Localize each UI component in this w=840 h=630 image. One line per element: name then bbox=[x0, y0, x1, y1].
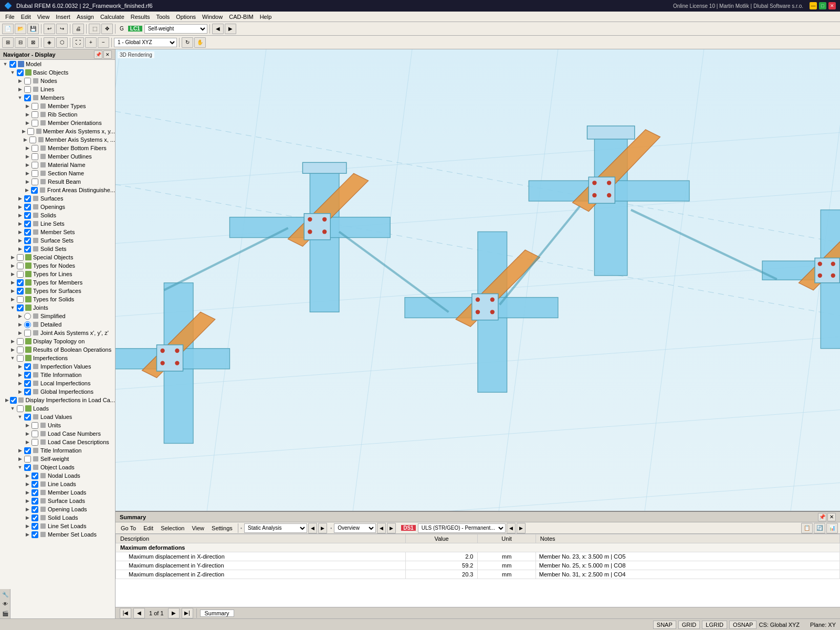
tree-item-42[interactable]: ▼Load Values bbox=[0, 413, 115, 421]
summary-close[interactable]: ✕ bbox=[827, 513, 836, 521]
minimize-button[interactable]: — bbox=[810, 2, 817, 9]
checkbox-50[interactable] bbox=[32, 481, 38, 488]
first-page[interactable]: |◀ bbox=[120, 608, 131, 618]
expander-42[interactable]: ▼ bbox=[17, 414, 23, 419]
tree-item-16[interactable]: ▶Surfaces bbox=[0, 194, 115, 203]
zoom-out[interactable]: − bbox=[98, 37, 109, 48]
expander-18[interactable]: ▶ bbox=[17, 213, 23, 218]
checkbox-24[interactable] bbox=[17, 262, 24, 269]
tree-item-55[interactable]: ▶Line Set Loads bbox=[0, 522, 115, 530]
tree-item-15[interactable]: ▶Front Areas Distinguishe... bbox=[0, 186, 115, 194]
expander-13[interactable]: ▶ bbox=[24, 171, 30, 176]
expander-7[interactable]: ▶ bbox=[24, 120, 30, 125]
checkbox-51[interactable] bbox=[32, 489, 38, 496]
goto-menu[interactable]: Go To bbox=[118, 525, 139, 531]
tree-item-28[interactable]: ▶Types for Solids bbox=[0, 295, 115, 303]
checkbox-45[interactable] bbox=[32, 439, 38, 446]
sum-tb-1[interactable]: 📋 bbox=[801, 523, 813, 533]
checkbox-49[interactable] bbox=[32, 472, 38, 479]
tree-item-44[interactable]: ▶Load Case Numbers bbox=[0, 429, 115, 438]
tree-item-9[interactable]: ▶Member Axis Systems x, ... bbox=[0, 135, 115, 144]
expander-35[interactable]: ▼ bbox=[9, 355, 16, 361]
expander-41[interactable]: ▼ bbox=[9, 406, 16, 411]
expander-37[interactable]: ▶ bbox=[17, 372, 23, 377]
tree-item-21[interactable]: ▶Surface Sets bbox=[0, 236, 115, 245]
expander-11[interactable]: ▶ bbox=[24, 154, 30, 159]
expander-17[interactable]: ▶ bbox=[17, 204, 23, 209]
checkbox-28[interactable] bbox=[17, 296, 24, 303]
expander-53[interactable]: ▶ bbox=[24, 507, 30, 512]
expander-30[interactable]: ▶ bbox=[17, 313, 23, 319]
expander-27[interactable]: ▶ bbox=[9, 288, 16, 293]
expander-12[interactable]: ▶ bbox=[24, 162, 30, 167]
checkbox-15[interactable] bbox=[31, 187, 38, 194]
tree-item-49[interactable]: ▶Nodal Loads bbox=[0, 471, 115, 480]
tree-item-10[interactable]: ▶Member Bottom Fibers bbox=[0, 144, 115, 152]
checkbox-42[interactable] bbox=[24, 414, 31, 421]
checkbox-6[interactable] bbox=[32, 111, 38, 118]
checkbox-12[interactable] bbox=[32, 162, 38, 169]
expander-23[interactable]: ▶ bbox=[9, 255, 16, 260]
expander-31[interactable]: ▶ bbox=[17, 322, 23, 327]
checkbox-21[interactable] bbox=[24, 237, 31, 244]
expander-47[interactable]: ▶ bbox=[17, 456, 23, 461]
tree-item-41[interactable]: ▼Loads bbox=[0, 404, 115, 413]
expander-22[interactable]: ▶ bbox=[17, 246, 23, 251]
nav-pin[interactable]: 📌 bbox=[94, 50, 102, 59]
expander-40[interactable]: ▶ bbox=[5, 397, 9, 403]
expander-45[interactable]: ▶ bbox=[24, 439, 30, 445]
tree-item-36[interactable]: ▶Imperfection Values bbox=[0, 362, 115, 371]
tree-item-40[interactable]: ▶Display Imperfections in Load Ca... bbox=[0, 396, 115, 404]
expander-6[interactable]: ▶ bbox=[24, 112, 30, 117]
expander-39[interactable]: ▶ bbox=[17, 389, 23, 394]
tree-item-34[interactable]: ▶Results of Boolean Operations bbox=[0, 345, 115, 354]
pan-btn[interactable]: ✋ bbox=[194, 37, 206, 48]
checkbox-14[interactable] bbox=[32, 178, 38, 185]
tree-item-0[interactable]: ▼Model bbox=[0, 60, 115, 68]
tree-item-30[interactable]: ▶Simplified bbox=[0, 312, 115, 320]
checkbox-46[interactable] bbox=[24, 447, 31, 454]
summary-content[interactable]: Description Value Unit Notes Maximum def… bbox=[116, 534, 840, 607]
menu-item-file[interactable]: File bbox=[2, 13, 18, 20]
tree-item-29[interactable]: ▼Joints bbox=[0, 303, 115, 312]
menu-item-tools[interactable]: Tools bbox=[153, 13, 173, 20]
tree-item-6[interactable]: ▶Rib Section bbox=[0, 110, 115, 119]
tree-item-47[interactable]: ▶Self-weight bbox=[0, 455, 115, 463]
expander-19[interactable]: ▶ bbox=[17, 221, 23, 226]
expander-52[interactable]: ▶ bbox=[24, 498, 30, 503]
checkbox-37[interactable] bbox=[24, 372, 31, 379]
summary-tab[interactable]: Summary bbox=[200, 610, 234, 617]
expander-0[interactable]: ▼ bbox=[2, 61, 8, 67]
view-select-summary[interactable]: Overview bbox=[334, 523, 376, 533]
menu-item-results[interactable]: Results bbox=[128, 13, 153, 20]
menu-item-cad-bim[interactable]: CAD-BIM bbox=[226, 13, 256, 20]
checkbox-7[interactable] bbox=[32, 120, 38, 127]
lc-select[interactable]: Self-weight bbox=[144, 24, 207, 34]
analysis-prev[interactable]: ◀ bbox=[308, 523, 317, 533]
nav-close[interactable]: ✕ bbox=[103, 50, 112, 59]
sum-tb-2[interactable]: 🔄 bbox=[814, 523, 825, 533]
tree-item-23[interactable]: ▶Special Objects bbox=[0, 253, 115, 261]
expander-2[interactable]: ▶ bbox=[17, 78, 23, 83]
tree-item-26[interactable]: ▶Types for Members bbox=[0, 278, 115, 287]
expander-5[interactable]: ▶ bbox=[24, 103, 30, 109]
open-button[interactable]: 📂 bbox=[15, 24, 26, 34]
tree-item-3[interactable]: ▶Lines bbox=[0, 85, 115, 93]
checkbox-18[interactable] bbox=[24, 212, 31, 219]
checkbox-34[interactable] bbox=[17, 346, 24, 353]
expander-25[interactable]: ▶ bbox=[9, 271, 16, 277]
new-button[interactable]: 📄 bbox=[2, 24, 14, 34]
tree-item-17[interactable]: ▶Openings bbox=[0, 203, 115, 211]
sum-tb-3[interactable]: 📊 bbox=[826, 523, 838, 533]
bottom-icon-2[interactable]: 👁 bbox=[1, 600, 9, 608]
checkbox-17[interactable] bbox=[24, 204, 31, 211]
tree-item-56[interactable]: ▶Member Set Loads bbox=[0, 530, 115, 539]
checkbox-26[interactable] bbox=[17, 279, 24, 286]
ds-select[interactable]: ULS (STR/GEO) - Permanent... bbox=[418, 523, 506, 533]
expander-16[interactable]: ▶ bbox=[17, 196, 23, 201]
checkbox-3[interactable] bbox=[24, 86, 31, 93]
prev-lc[interactable]: ◀ bbox=[212, 24, 224, 34]
tree-item-7[interactable]: ▶Member Orientations bbox=[0, 119, 115, 127]
checkbox-22[interactable] bbox=[24, 246, 31, 253]
view-prev[interactable]: ◀ bbox=[377, 523, 386, 533]
